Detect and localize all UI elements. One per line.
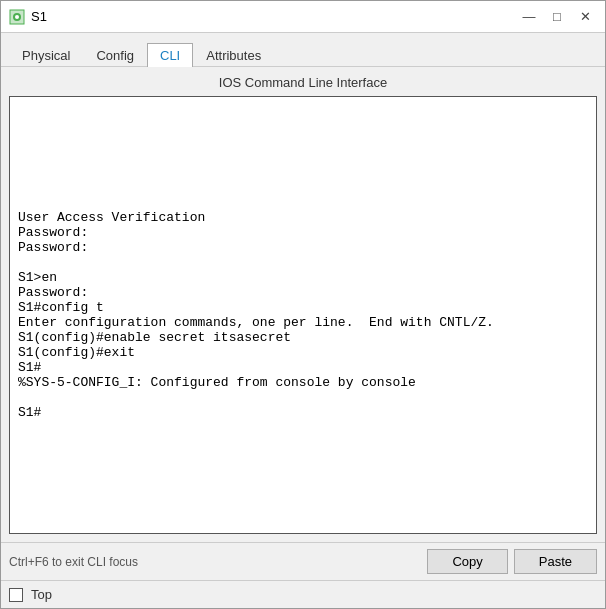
footer-bar: Top: [1, 580, 605, 608]
ctrl-hint: Ctrl+F6 to exit CLI focus: [9, 555, 138, 569]
bottom-bar: Ctrl+F6 to exit CLI focus Copy Paste: [1, 542, 605, 580]
action-buttons: Copy Paste: [427, 549, 597, 574]
copy-button[interactable]: Copy: [427, 549, 507, 574]
svg-point-2: [15, 15, 19, 19]
tab-bar: Physical Config CLI Attributes: [1, 33, 605, 67]
tab-attributes[interactable]: Attributes: [193, 43, 274, 67]
title-bar-left: S1: [9, 9, 47, 25]
terminal-wrapper: [9, 96, 597, 534]
window-title: S1: [31, 9, 47, 24]
close-button[interactable]: ✕: [573, 7, 597, 27]
main-window: S1 — □ ✕ Physical Config CLI Attributes …: [0, 0, 606, 609]
tab-cli[interactable]: CLI: [147, 43, 193, 67]
content-area: IOS Command Line Interface: [1, 67, 605, 542]
tab-config[interactable]: Config: [83, 43, 147, 67]
cli-section-title: IOS Command Line Interface: [9, 75, 597, 90]
top-checkbox[interactable]: [9, 588, 23, 602]
tab-physical[interactable]: Physical: [9, 43, 83, 67]
maximize-button[interactable]: □: [545, 7, 569, 27]
terminal-input[interactable]: [10, 97, 596, 533]
title-bar: S1 — □ ✕: [1, 1, 605, 33]
minimize-button[interactable]: —: [517, 7, 541, 27]
paste-button[interactable]: Paste: [514, 549, 597, 574]
title-controls: — □ ✕: [517, 7, 597, 27]
app-icon: [9, 9, 25, 25]
top-label: Top: [31, 587, 52, 602]
